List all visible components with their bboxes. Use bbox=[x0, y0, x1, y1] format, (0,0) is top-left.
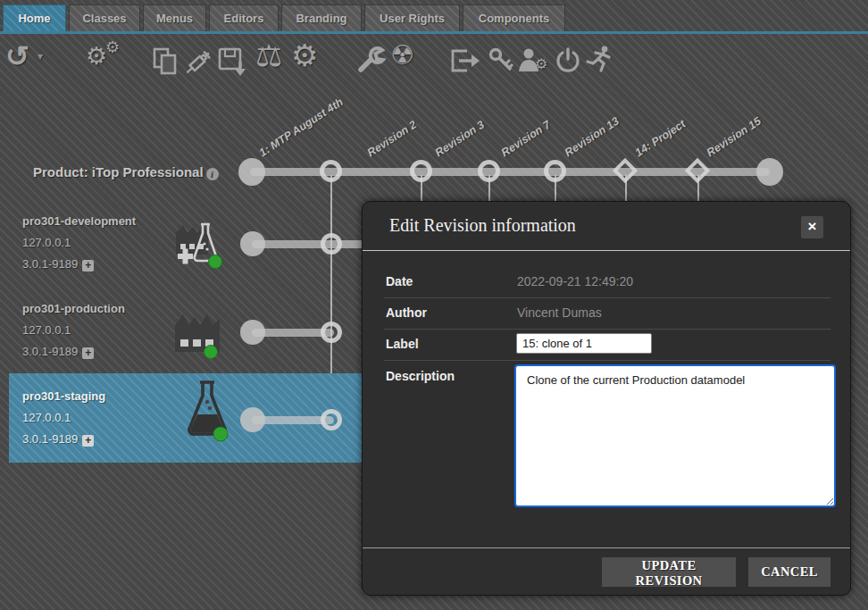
env-ip-development: 127.0.0.1 bbox=[22, 236, 71, 249]
env-node-origin-development[interactable] bbox=[240, 231, 265, 256]
undo-icon[interactable]: ↺ bbox=[5, 42, 29, 71]
version-expand-icon[interactable]: + bbox=[82, 260, 94, 272]
revision-node-15[interactable] bbox=[756, 158, 783, 186]
revision-label: Revision 13 bbox=[563, 115, 622, 160]
user-roles-gear-icon[interactable]: ⚙ bbox=[518, 46, 545, 73]
env-node-staging[interactable] bbox=[321, 409, 342, 430]
product-label-text: Product: iTop Professional bbox=[33, 164, 204, 180]
production-factory-icon[interactable] bbox=[170, 305, 225, 363]
revision-node-1[interactable] bbox=[320, 160, 342, 182]
radiation-icon[interactable]: ☢ bbox=[390, 42, 414, 69]
tab-classes[interactable]: Classes bbox=[69, 4, 140, 31]
settings-gear-icon[interactable]: ⚙ bbox=[291, 40, 318, 71]
env-node-production[interactable] bbox=[321, 322, 342, 343]
field-divider bbox=[384, 360, 830, 361]
gears-process-small-icon: ⚙ bbox=[105, 39, 120, 55]
env-timeline-line-development bbox=[252, 240, 375, 248]
staging-flask-icon[interactable] bbox=[183, 379, 233, 447]
date-field-value: 2022-09-21 12:49:20 bbox=[517, 274, 633, 288]
runner-simulate-icon[interactable] bbox=[585, 45, 615, 75]
designer-window: Home Classes Menus Editors Branding User… bbox=[0, 0, 868, 610]
cancel-button[interactable]: CANCEL bbox=[748, 557, 830, 587]
header-divider bbox=[363, 250, 850, 251]
description-textarea[interactable]: Clone of the current Production datamode… bbox=[514, 364, 836, 507]
wrench-icon[interactable] bbox=[355, 45, 386, 75]
env-name-staging[interactable]: pro301-staging bbox=[22, 389, 105, 403]
env-name-production[interactable]: pro301-production bbox=[22, 302, 125, 315]
env-version-staging: 3.0.1-9189+ bbox=[22, 432, 94, 447]
version-expand-icon[interactable]: + bbox=[82, 347, 94, 359]
revision-label: Revision 15 bbox=[705, 115, 764, 160]
product-label: Product: iTop Professionali bbox=[33, 164, 219, 180]
revision-node-7[interactable] bbox=[544, 160, 566, 182]
tab-user-rights[interactable]: User Rights bbox=[364, 4, 460, 31]
revision-node-14[interactable] bbox=[685, 158, 710, 183]
env-version-text: 3.0.1-9189 bbox=[22, 345, 78, 358]
power-icon[interactable] bbox=[554, 46, 582, 75]
exit-export-icon[interactable] bbox=[449, 46, 481, 75]
env-version-development: 3.0.1-9189+ bbox=[22, 257, 94, 272]
compare-scales-icon[interactable]: ⚖ bbox=[255, 40, 282, 71]
edit-revision-dialog: Edit Revision information × Date 2022-09… bbox=[362, 201, 851, 596]
revision-node-origin[interactable] bbox=[238, 158, 265, 186]
undo-dropdown-caret-icon[interactable]: ▾ bbox=[38, 51, 43, 62]
env-name-development[interactable]: pro301-development bbox=[22, 214, 136, 228]
dialog-title: Edit Revision information bbox=[389, 215, 576, 236]
label-field-label: Label bbox=[386, 337, 419, 351]
revision-label: Revision 7 bbox=[499, 118, 554, 160]
inject-syringe-icon[interactable] bbox=[182, 45, 214, 77]
key-icon[interactable] bbox=[488, 46, 514, 73]
tab-editors[interactable]: Editors bbox=[209, 4, 279, 31]
revision-node-2[interactable] bbox=[410, 160, 432, 182]
env-version-text: 3.0.1-9189 bbox=[22, 257, 78, 271]
user-roles-mini-gear-icon: ⚙ bbox=[535, 57, 547, 71]
tab-home[interactable]: Home bbox=[3, 4, 66, 31]
author-field-value: Vincent Dumas bbox=[517, 305, 602, 320]
field-divider bbox=[384, 329, 830, 330]
development-flask-plus-icon[interactable] bbox=[172, 219, 226, 274]
description-field-label: Description bbox=[386, 369, 455, 383]
env-node-origin-staging[interactable] bbox=[240, 407, 265, 432]
author-field-label: Author bbox=[386, 305, 427, 320]
revision-node-3[interactable] bbox=[478, 160, 500, 182]
revision-label: Revision 3 bbox=[433, 118, 488, 160]
label-input[interactable] bbox=[516, 333, 652, 354]
env-ip-production: 127.0.0.1 bbox=[22, 323, 71, 337]
env-version-production: 3.0.1-9189+ bbox=[22, 345, 94, 359]
tab-menus[interactable]: Menus bbox=[143, 4, 206, 31]
update-revision-button[interactable]: UPDATE REVISION bbox=[602, 557, 736, 587]
revision-label: 1: MTP August 4th bbox=[257, 96, 346, 160]
tab-components[interactable]: Components bbox=[463, 4, 565, 31]
date-field-label: Date bbox=[386, 274, 413, 288]
version-expand-icon[interactable]: + bbox=[82, 435, 94, 447]
env-version-text: 3.0.1-9189 bbox=[22, 432, 78, 446]
info-icon[interactable]: i bbox=[206, 168, 219, 180]
revision-label: 14: Project bbox=[633, 118, 689, 160]
close-icon[interactable]: × bbox=[801, 216, 823, 238]
tab-branding[interactable]: Branding bbox=[281, 4, 362, 31]
copy-icon[interactable] bbox=[152, 46, 180, 77]
gears-process-icon[interactable]: ⚙ bbox=[86, 45, 107, 69]
footer-divider bbox=[363, 547, 850, 548]
revision-node-13[interactable] bbox=[613, 158, 638, 183]
env-ip-staging: 127.0.0.1 bbox=[22, 411, 71, 424]
revision-label: Revision 2 bbox=[365, 118, 420, 160]
save-export-icon[interactable] bbox=[217, 46, 249, 77]
env-node-development[interactable] bbox=[321, 233, 342, 255]
field-divider bbox=[384, 297, 830, 298]
env-node-origin-production[interactable] bbox=[240, 320, 265, 345]
